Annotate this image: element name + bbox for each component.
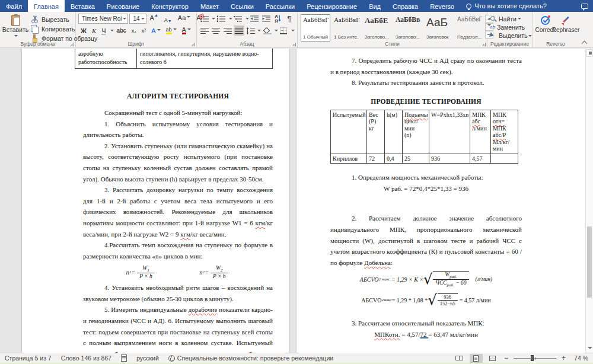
highlight-color-button[interactable]: ab bbox=[164, 26, 179, 35]
tab-help[interactable]: Справка bbox=[387, 0, 424, 12]
tab-review[interactable]: Рецензирование bbox=[301, 0, 363, 12]
tab-layout[interactable]: Макет bbox=[195, 0, 225, 12]
grow-font-button[interactable]: А▲ bbox=[148, 14, 161, 24]
cursor-arrow-icon bbox=[489, 33, 497, 39]
page-right[interactable]: 7. Определить рабочую ЧСС и АД сразу по … bbox=[296, 49, 585, 353]
shading-button[interactable] bbox=[262, 25, 272, 36]
tab-file[interactable]: Файл bbox=[0, 0, 28, 12]
table-row: аэробную работоспособность гипогликемия,… bbox=[75, 49, 273, 69]
font-color-button[interactable]: А bbox=[180, 26, 193, 35]
work-power-formula: W раб. = 72*0,4*25*1,33 = 936 bbox=[330, 183, 522, 194]
paragraph: 4.Рассчитать темп восхождения на ступень… bbox=[83, 240, 273, 261]
tab-draw[interactable]: Рисование bbox=[101, 0, 145, 12]
decrease-indent-icon bbox=[250, 15, 259, 23]
borders-caret-icon bbox=[291, 30, 295, 33]
radical-sign: √ bbox=[428, 293, 436, 306]
font-size-caret-icon bbox=[141, 18, 145, 21]
justify-button[interactable] bbox=[234, 25, 244, 36]
view-read-mode-button[interactable] bbox=[453, 354, 466, 363]
multilevel-list-button[interactable] bbox=[233, 14, 244, 24]
tab-mailings[interactable]: Рассылки bbox=[260, 0, 301, 12]
align-center-button[interactable] bbox=[211, 25, 221, 36]
zoom-slider[interactable] bbox=[514, 358, 556, 359]
bullets-button[interactable] bbox=[199, 14, 210, 24]
bold-button[interactable]: Ж bbox=[78, 27, 89, 35]
heading-testing: ПРОВЕДЕНИЕ ТЕСТИРОВАНИЯ bbox=[330, 98, 522, 105]
tab-reverso[interactable]: Reverso bbox=[424, 0, 460, 12]
status-word-count[interactable]: Слово 146 из 867 bbox=[61, 355, 111, 362]
tell-me-box[interactable]: Что вы хотите сделать? bbox=[466, 0, 547, 12]
tab-design[interactable]: Конструктор bbox=[145, 0, 195, 12]
status-language[interactable]: русский bbox=[136, 355, 159, 362]
italic-button[interactable]: К bbox=[90, 27, 98, 35]
zoom-in-button[interactable]: + bbox=[560, 354, 567, 362]
page-left[interactable]: аэробную работоспособность гипогликемия,… bbox=[22, 49, 289, 353]
style-subtitle[interactable]: АаБбВвГ Подзагол... bbox=[455, 14, 484, 41]
decrease-indent-button[interactable] bbox=[250, 14, 260, 24]
show-marks-button[interactable]: ¶ bbox=[284, 14, 295, 24]
sort-button[interactable]: АЯ bbox=[272, 14, 283, 24]
numbering-caret-icon bbox=[229, 18, 232, 21]
style-no-spacing[interactable]: АаБбВвГ 1 Без инте... bbox=[331, 14, 361, 41]
reverso-rephraser-button[interactable]: Rephraser bbox=[555, 14, 576, 40]
tab-home[interactable]: Главная bbox=[28, 0, 65, 12]
replace-button[interactable]: ab Заменить bbox=[490, 23, 532, 31]
view-print-layout-button[interactable] bbox=[470, 354, 483, 363]
view-web-layout-button[interactable] bbox=[486, 354, 499, 363]
align-left-button[interactable] bbox=[199, 25, 210, 36]
table-cell: гипогликемия, гипертермия, нарушение вод… bbox=[137, 49, 273, 69]
comments-icon[interactable] bbox=[581, 4, 588, 9]
tab-insert[interactable]: Вставка bbox=[65, 0, 101, 12]
style-heading1[interactable]: АаБбЕ Заголово... bbox=[362, 14, 392, 41]
change-case-button[interactable]: Аа bbox=[176, 14, 193, 24]
group-paragraph: АЯ ¶ bbox=[197, 12, 298, 47]
font-size-combo[interactable]: 14 bbox=[129, 14, 146, 24]
table-cell: 0,4 bbox=[385, 154, 403, 164]
superscript-button[interactable]: x² bbox=[139, 27, 149, 34]
style-heading2[interactable]: АаБбВв Заголово... bbox=[393, 14, 423, 41]
text-effects-button[interactable]: А bbox=[149, 27, 162, 35]
font-family-combo[interactable]: Times New Roi bbox=[78, 14, 128, 24]
scroll-down-arrow-icon[interactable] bbox=[588, 347, 592, 352]
paste-caret-icon bbox=[14, 35, 18, 39]
underline-button[interactable]: Ч bbox=[99, 27, 108, 35]
font-dialog-launcher[interactable] bbox=[192, 43, 195, 46]
shrink-font-button[interactable]: А▼ bbox=[162, 14, 174, 24]
paragraph: 1. Определим мощность механической работ… bbox=[330, 172, 522, 183]
table-cell: 72 bbox=[367, 154, 385, 164]
clipboard-dialog-launcher[interactable] bbox=[71, 43, 74, 46]
ruler-toggle-button[interactable] bbox=[586, 49, 592, 57]
tab-view[interactable]: Вид bbox=[363, 0, 387, 12]
clipboard-group-label: Буфер обмена bbox=[0, 41, 75, 47]
find-button[interactable]: Найти bbox=[490, 15, 532, 23]
paragraph-dialog-launcher[interactable] bbox=[292, 43, 296, 46]
style-normal[interactable]: АаБбВвГ 1 Обычный bbox=[301, 14, 330, 41]
status-accessibility[interactable]: Специальные возможности: проверьте реком… bbox=[168, 355, 333, 362]
styles-dialog-launcher[interactable] bbox=[482, 43, 486, 46]
collapse-ribbon-button[interactable] bbox=[582, 40, 587, 44]
proofing-icon bbox=[121, 355, 127, 362]
numbering-button[interactable] bbox=[216, 14, 227, 24]
line-spacing-button[interactable] bbox=[245, 25, 256, 36]
zoom-out-button[interactable]: − bbox=[503, 354, 509, 362]
status-proofing[interactable] bbox=[121, 355, 127, 362]
subscript-button[interactable]: x₂ bbox=[129, 27, 139, 34]
paragraph: 2. Установить ступеньку (или гимнастичес… bbox=[83, 141, 273, 184]
status-page-count[interactable]: Страница 5 из 7 bbox=[5, 355, 52, 362]
style-title[interactable]: АаБ Заголовок bbox=[424, 14, 454, 41]
highlight-caret-icon bbox=[173, 28, 177, 32]
increase-indent-button[interactable] bbox=[261, 14, 272, 24]
font-color-caret-icon bbox=[187, 28, 191, 32]
status-bar: Страница 5 из 7 Слово 146 из 867 русский… bbox=[0, 353, 593, 363]
align-right-button[interactable] bbox=[222, 25, 233, 36]
tab-references[interactable]: Ссылки bbox=[225, 0, 260, 12]
zoom-percentage[interactable]: 74 % bbox=[570, 355, 588, 362]
strikethrough-button[interactable]: abc bbox=[114, 27, 129, 34]
scrollbar-thumb[interactable] bbox=[587, 226, 592, 298]
vertical-scrollbar[interactable] bbox=[585, 49, 593, 353]
font-group-label: Шрифт bbox=[76, 41, 196, 47]
borders-button[interactable] bbox=[279, 25, 289, 36]
paste-button[interactable]: Вставить bbox=[2, 14, 28, 40]
zoom-slider-thumb[interactable] bbox=[531, 355, 534, 361]
select-button[interactable]: Выделить bbox=[490, 32, 532, 40]
